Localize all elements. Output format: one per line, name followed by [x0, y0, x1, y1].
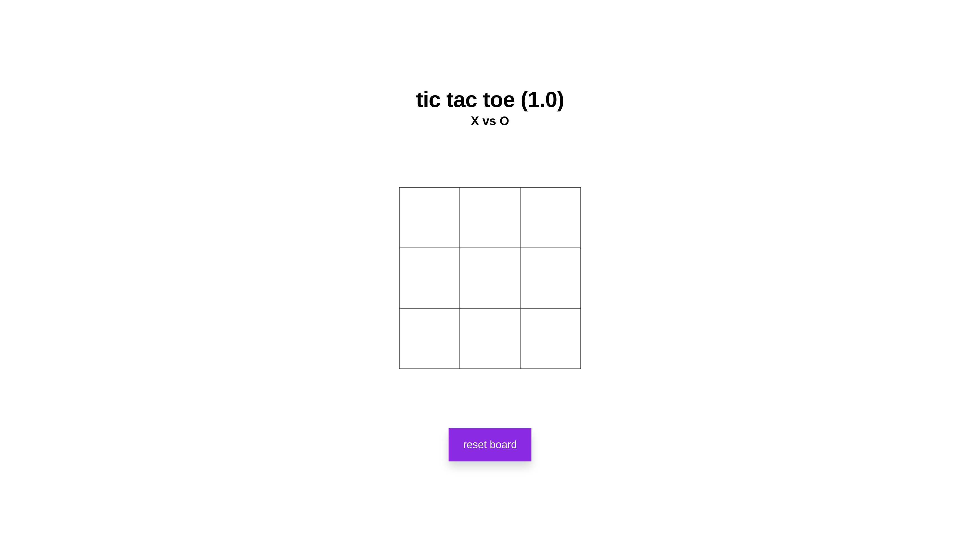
cell-1-0[interactable]: [399, 248, 460, 308]
cell-1-2[interactable]: [520, 248, 581, 308]
cell-2-1[interactable]: [460, 308, 520, 369]
cell-0-1[interactable]: [460, 187, 520, 248]
cell-2-2[interactable]: [520, 308, 581, 369]
cell-1-1[interactable]: [460, 248, 520, 308]
cell-0-0[interactable]: [399, 187, 460, 248]
cell-2-0[interactable]: [399, 308, 460, 369]
game-header: tic tac toe (1.0) X vs O: [416, 87, 564, 128]
game-title: tic tac toe (1.0): [416, 87, 564, 112]
cell-0-2[interactable]: [520, 187, 581, 248]
game-board: [399, 187, 581, 369]
game-subtitle: X vs O: [416, 114, 564, 128]
reset-button[interactable]: reset board: [448, 428, 532, 462]
